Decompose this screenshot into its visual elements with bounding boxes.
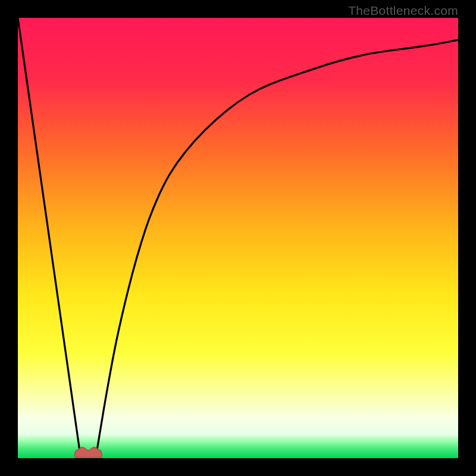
plot-area [18, 18, 458, 458]
curve-left-descent [18, 18, 80, 449]
curve-layer [18, 18, 458, 458]
chart-frame: TheBottleneck.com [0, 0, 476, 476]
curve-right-ascent [97, 40, 458, 449]
attribution-text: TheBottleneck.com [348, 4, 458, 18]
optimal-marker [75, 447, 102, 458]
